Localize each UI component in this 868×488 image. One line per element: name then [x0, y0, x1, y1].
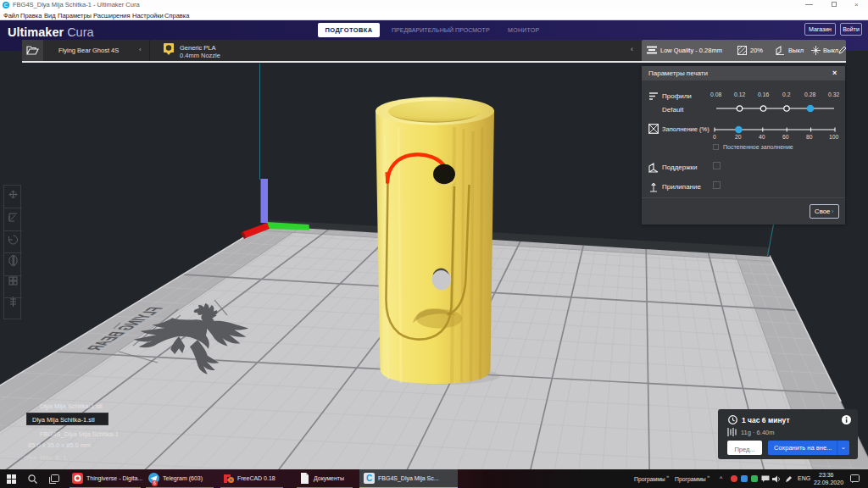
- svg-text:C: C: [366, 474, 372, 483]
